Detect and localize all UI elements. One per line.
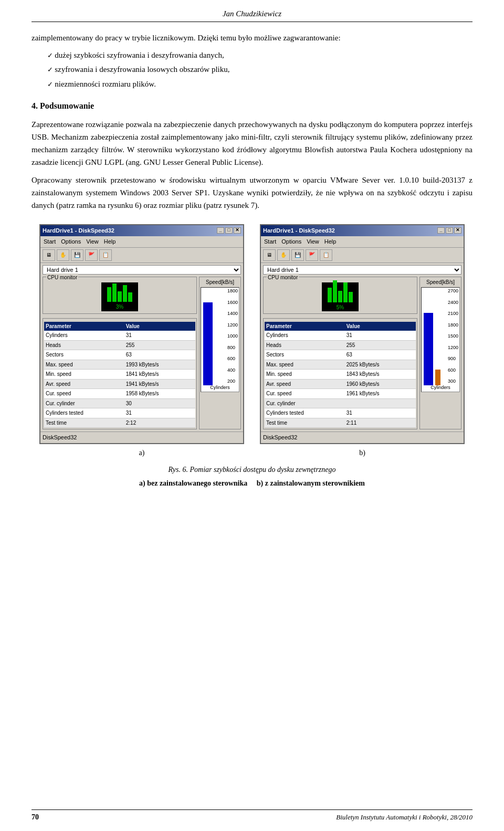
speed-label-a-1: 1800 — [227, 288, 238, 295]
cpu-group-a: CPU monitor — [43, 277, 197, 314]
statusbar-a: DiskSpeed32 — [40, 432, 243, 443]
cpu-group-b: CPU monitor — [263, 277, 417, 314]
table-row-a-4: Min. speed1841 kBytes/s — [44, 370, 195, 380]
close-btn-a[interactable]: ✕ — [234, 227, 241, 234]
minimize-btn-a[interactable]: _ — [217, 227, 224, 234]
cpu-monitor-b: 5% — [322, 282, 359, 311]
toolbar-btn-1-b[interactable]: 🖥 — [263, 249, 276, 261]
titlebar-b-buttons: _ □ ✕ — [437, 227, 461, 234]
menu-options-b[interactable]: Options — [281, 237, 301, 246]
stats-table-a: Parameter Value Cylinders31 Heads255 Sec… — [44, 322, 195, 428]
speed-bar-b2 — [435, 370, 440, 385]
speed-label-b-8: 600 — [448, 367, 458, 374]
cpu-bar-3-b — [338, 291, 342, 302]
close-btn-b[interactable]: ✕ — [454, 227, 461, 234]
speed-bar-a — [203, 302, 213, 385]
menu-help-b[interactable]: Help — [324, 237, 337, 246]
figure-b: HardDrive1 - DiskSpeed32 _ □ ✕ Start Opt… — [260, 224, 465, 459]
figure-b-label: b) — [359, 447, 365, 459]
toolbar-btn-1-a[interactable]: 🖥 — [43, 249, 55, 261]
toolbar-a: 🖥 ✋ 💾 🚩 📋 — [40, 248, 243, 263]
speed-label-b-1: 2700 — [448, 288, 458, 295]
checklist: dużej szybkości szyfrowania i deszyfrowa… — [47, 49, 472, 90]
section-number: 4. — [32, 101, 38, 110]
section-title-text: Podsumowanie — [40, 101, 94, 110]
cpu-bar-4-b — [343, 282, 348, 302]
checklist-item-1: dużej szybkości szyfrowania i deszyfrowa… — [47, 49, 472, 61]
minimize-btn-b[interactable]: _ — [437, 227, 445, 234]
maximize-btn-b[interactable]: □ — [446, 227, 453, 234]
table-row-b-1: Heads255 — [265, 340, 416, 350]
toolbar-btn-4-b[interactable]: 🚩 — [306, 249, 318, 261]
cpu-percent-b: 5% — [337, 303, 344, 312]
toolbar-btn-2-a[interactable]: ✋ — [57, 249, 69, 261]
caption-title: Pomiar szybkości dostępu do dysku zewnęt… — [190, 466, 335, 474]
table-row-b-3: Max. speed2025 kBytes/s — [265, 360, 416, 370]
table-row-b-6: Cur. speed1961 kBytes/s — [265, 389, 416, 399]
speed-title-a: Speed[kB/s] — [201, 278, 239, 287]
page-footer: 70 Biuletyn Instytutu Automatyki i Robot… — [32, 809, 472, 822]
cpu-bar-5-b — [349, 292, 353, 302]
toolbar-btn-3-b[interactable]: 💾 — [291, 249, 304, 261]
menu-options-a[interactable]: Options — [61, 237, 81, 246]
cpu-bar-5-a — [128, 292, 132, 302]
speed-bar-b — [424, 313, 433, 386]
table-row-b-8: Cylinders tested31 — [265, 408, 416, 418]
right-panel-b: Speed[kB/s] 2700 2400 2100 1800 1500 — [419, 277, 461, 430]
paragraph-2: Opracowany sterownik przetestowano w śro… — [32, 174, 472, 212]
table-row-a-1: Heads255 — [44, 340, 195, 350]
right-panel-a: Speed[kB/s] 1800 1600 1400 1200 — [199, 277, 241, 430]
cpu-group-title-a: CPU monitor — [46, 274, 78, 282]
speed-label-b-4: 1800 — [448, 322, 458, 329]
maximize-btn-a[interactable]: □ — [225, 227, 233, 234]
toolbar-btn-2-b[interactable]: ✋ — [277, 249, 290, 261]
menubar-b: Start Options View Help — [261, 236, 464, 248]
speed-label-a-4: 1200 — [227, 322, 238, 329]
cpu-bar-3-a — [118, 291, 122, 302]
table-row-a-7: Cur. cylinder30 — [44, 398, 195, 408]
titlebar-b-text: HardDrive1 - DiskSpeed32 — [263, 226, 335, 235]
col-header-value-a: Value — [124, 322, 195, 331]
cpu-bars-a — [107, 282, 132, 302]
checklist-item-3: niezmienności rozmiaru plików. — [47, 78, 472, 90]
titlebar-a-text: HardDrive1 - DiskSpeed32 — [43, 226, 114, 235]
figure-a-label: a) — [139, 447, 145, 459]
table-row-b-2: Sectors63 — [265, 350, 416, 360]
table-row-a-6: Cur. speed1958 kBytes/s — [44, 389, 195, 399]
cpu-bar-2-b — [333, 280, 337, 302]
toolbar-btn-5-b[interactable]: 📋 — [320, 249, 332, 261]
table-row-a-8: Cylinders tested31 — [44, 408, 195, 418]
footer-page-number: 70 — [32, 813, 39, 822]
paragraph-1: Zaprezentowane rozwiązanie pozwala na za… — [32, 118, 472, 169]
intro-paragraph: zaimplementowany do pracy w trybie liczn… — [32, 31, 472, 44]
diskspeed-window-a: HardDrive1 - DiskSpeed32 _ □ ✕ Start Opt… — [39, 224, 244, 445]
menu-start-b[interactable]: Start — [264, 237, 276, 246]
cpu-bars-b — [328, 281, 353, 302]
speed-label-a-7: 600 — [227, 355, 238, 363]
menu-help-a[interactable]: Help — [104, 237, 116, 246]
col-header-param-a: Parameter — [44, 322, 124, 331]
table-row-b-4: Min. speed1843 kBytes/s — [265, 370, 416, 380]
page-header: Jan Chudzikiewicz — [32, 0, 472, 22]
speed-label-a-3: 1400 — [227, 310, 238, 318]
toolbar-btn-4-a[interactable]: 🚩 — [85, 249, 98, 261]
left-panel-a: CPU monitor — [43, 277, 197, 430]
caption-sub-b: b) z zainstalowanym sterownikiem — [257, 479, 365, 487]
table-row-b-5: Avr. speed1960 kBytes/s — [265, 379, 416, 389]
menu-view-b[interactable]: View — [307, 237, 319, 246]
x-axis-label-b: Cylinders — [422, 384, 459, 392]
titlebar-a-buttons: _ □ ✕ — [217, 227, 241, 234]
footer-journal-name: Biuletyn Instytutu Automatyki i Robotyki… — [336, 813, 472, 822]
col-header-value-b: Value — [345, 322, 416, 331]
toolbar-btn-3-a[interactable]: 💾 — [71, 249, 83, 261]
speed-label-a-8: 400 — [227, 367, 238, 374]
menu-view-a[interactable]: View — [86, 237, 99, 246]
figures-row: HardDrive1 - DiskSpeed32 _ □ ✕ Start Opt… — [32, 224, 472, 459]
menu-start-a[interactable]: Start — [44, 237, 56, 246]
panels-a: CPU monitor — [43, 277, 241, 430]
statusbar-b: DiskSpeed32 — [261, 432, 464, 443]
left-panel-b: CPU monitor — [263, 277, 417, 430]
toolbar-btn-5-a[interactable]: 📋 — [99, 249, 112, 261]
cpu-bar-1-b — [328, 288, 332, 302]
titlebar-b: HardDrive1 - DiskSpeed32 _ □ ✕ — [261, 225, 464, 236]
